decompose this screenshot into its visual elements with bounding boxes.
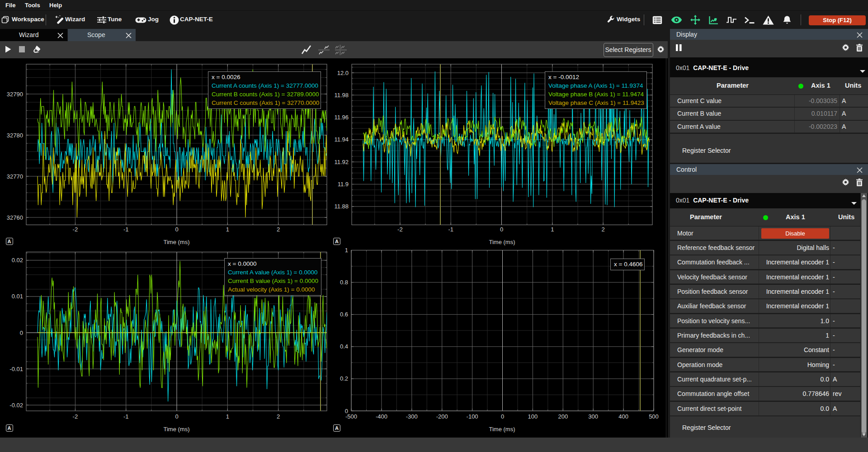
svg-text:12.0: 12.0 [337, 70, 349, 76]
svg-text:300: 300 [588, 413, 598, 420]
svg-text:1: 1 [226, 226, 229, 233]
svg-text:0.8: 0.8 [340, 279, 348, 286]
svg-text:-2: -2 [397, 226, 403, 233]
svg-text:-2: -2 [73, 413, 78, 420]
svg-text:Time (ms): Time (ms) [163, 239, 189, 245]
svg-text:-100: -100 [467, 413, 478, 420]
svg-text:11.92: 11.92 [334, 159, 349, 165]
svg-text:-200: -200 [436, 413, 448, 420]
svg-text:32760: 32760 [7, 214, 23, 221]
svg-text:0.01: 0.01 [12, 293, 23, 300]
svg-text:0: 0 [175, 413, 178, 420]
svg-text:0.02: 0.02 [12, 257, 23, 264]
svg-text:100: 100 [528, 413, 538, 420]
svg-text:-2: -2 [73, 226, 78, 233]
svg-text:-300: -300 [406, 413, 418, 420]
svg-text:0: 0 [501, 413, 504, 420]
svg-text:-1: -1 [448, 226, 453, 233]
svg-text:32770: 32770 [7, 173, 23, 180]
svg-text:0.4: 0.4 [340, 343, 348, 350]
svg-text:2: 2 [277, 413, 280, 420]
svg-text:0: 0 [175, 226, 178, 233]
svg-text:11.96: 11.96 [334, 114, 349, 121]
svg-text:-400: -400 [376, 413, 387, 420]
svg-text:11.88: 11.88 [334, 203, 349, 210]
svg-text:11.94: 11.94 [334, 136, 349, 143]
svg-text:Time (ms): Time (ms) [163, 426, 189, 433]
svg-text:500: 500 [649, 413, 659, 420]
svg-text:2: 2 [277, 226, 280, 233]
svg-text:0.6: 0.6 [340, 311, 348, 318]
svg-text:1: 1 [551, 226, 554, 233]
svg-text:Time (ms): Time (ms) [489, 239, 515, 245]
svg-text:200: 200 [558, 413, 568, 420]
svg-text:0: 0 [20, 330, 23, 336]
svg-text:2: 2 [601, 226, 604, 233]
svg-text:32790: 32790 [7, 91, 23, 98]
svg-text:-0.02: -0.02 [9, 402, 23, 409]
svg-text:-500: -500 [345, 413, 357, 420]
svg-text:11.9: 11.9 [338, 181, 349, 188]
svg-text:400: 400 [618, 413, 628, 420]
svg-text:32780: 32780 [7, 132, 23, 139]
svg-text:1: 1 [226, 413, 229, 420]
svg-text:-0.01: -0.01 [9, 366, 23, 372]
svg-text:1: 1 [345, 247, 348, 254]
svg-text:0: 0 [500, 226, 503, 233]
svg-text:-1: -1 [123, 413, 129, 420]
svg-text:11.98: 11.98 [334, 92, 349, 99]
svg-text:Time (ms): Time (ms) [489, 426, 515, 433]
svg-text:0.2: 0.2 [340, 375, 348, 382]
svg-text:-1: -1 [123, 226, 129, 233]
